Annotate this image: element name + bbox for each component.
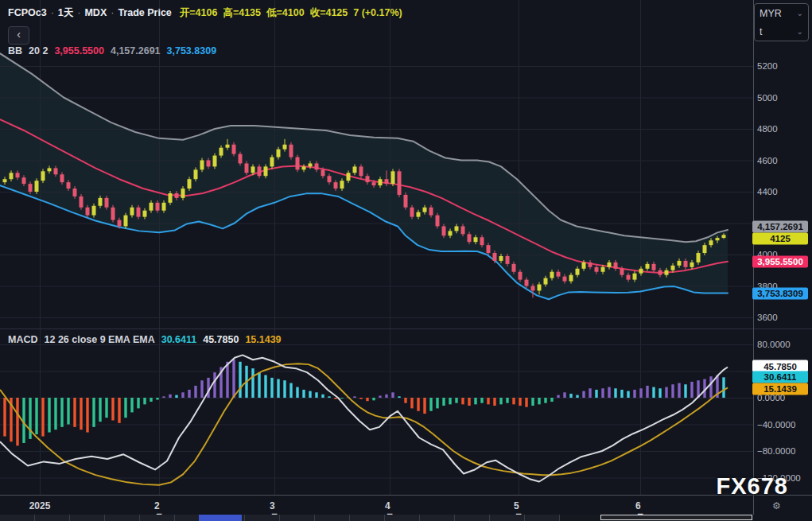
scrollbar-cell[interactable] [140, 515, 175, 521]
high-value: 高=4135 [223, 7, 261, 18]
scrollbar-cell[interactable] [385, 515, 420, 521]
unit-dropdown[interactable]: t ⌄ [755, 22, 808, 41]
macd-hist-value: 30.6411 [161, 334, 197, 345]
price-type-label: Trade Price [118, 7, 171, 18]
macd-lines [0, 355, 728, 484]
macd-line-value: 45.7850 [203, 334, 239, 345]
macd-indicator-name: MACD [8, 334, 38, 345]
separator-dot: · [111, 7, 114, 18]
bb-indicator-name: BB [8, 45, 22, 56]
time-scrollbar[interactable] [0, 515, 753, 521]
bollinger-fill [0, 53, 728, 299]
macd-histogram [3, 359, 725, 445]
gear-icon[interactable]: ⚙ [772, 500, 781, 511]
scrollbar-cell[interactable] [70, 515, 105, 521]
axis-unit-controls: MYR ⌄ t ⌄ [754, 3, 809, 41]
low-value: 低=4100 [266, 7, 305, 18]
scrollbar-cell[interactable] [280, 515, 315, 521]
scrollbar-cell[interactable] [350, 515, 385, 521]
scrollbar-cell[interactable] [315, 515, 350, 521]
time-axis-label: 2025 [29, 500, 51, 511]
scrollbar-cell[interactable] [420, 515, 455, 521]
price-tick-label: 4800 [757, 124, 778, 134]
macd-tick-label: −80.0000 [757, 446, 795, 456]
symbol-name: FCPOc3 [8, 7, 47, 18]
macd-legend[interactable]: MACD12 26 close 9 EMA EMA30.641145.78501… [8, 334, 288, 345]
scrollbar-cell[interactable] [35, 515, 70, 521]
scrollbar-cell[interactable] [525, 515, 560, 521]
back-button[interactable]: ‹ [8, 26, 29, 45]
bollinger-legend[interactable]: BB20 23,955.55004,157.26913,753.8309 [8, 45, 223, 56]
macd-tick-label: −40.0000 [757, 420, 795, 430]
scrollbar-cell[interactable] [490, 515, 525, 521]
price-axis-badge: 4,157.2691 [752, 220, 808, 232]
macd-axis-badge: 15.1439 [752, 383, 808, 395]
price-tick-label: 4400 [757, 187, 778, 196]
chevron-down-icon: ⌄ [797, 9, 803, 17]
currency-dropdown[interactable]: MYR ⌄ [755, 4, 808, 22]
price-axis-badge: 4125 [752, 232, 808, 244]
price-tick-label: 5000 [757, 93, 778, 103]
price-tick-label: 4600 [757, 156, 778, 165]
exchange-label: MDX [84, 7, 107, 18]
scrollbar-active-cell[interactable] [199, 515, 242, 521]
macd-params: 12 26 close 9 EMA EMA [45, 334, 155, 345]
bb-params: 20 2 [29, 45, 48, 56]
chevron-down-icon: ⌄ [797, 27, 803, 36]
close-value: 收=4125 [310, 7, 348, 18]
open-value: 开=4106 [180, 7, 218, 18]
fx678-watermark: FX678 [717, 473, 788, 500]
separator-dot: · [77, 7, 80, 18]
macd-tick-label: 80.0000 [757, 340, 791, 349]
interval-label: 1天 [58, 7, 73, 18]
unit-value: t [760, 26, 762, 37]
macd-signal-value: 15.1439 [245, 334, 281, 345]
bb-lower-value: 3,753.8309 [167, 45, 217, 56]
price-tick-label: 5200 [757, 61, 778, 71]
scrollbar-cell[interactable] [0, 515, 35, 521]
macd-axis-badge: 30.6411 [752, 371, 808, 383]
price-tick-label: 3600 [757, 313, 778, 322]
currency-value: MYR [760, 8, 782, 19]
bb-basis-value: 3,955.5500 [54, 45, 104, 56]
symbol-header[interactable]: FCPOc3·1天·MDX·Trade Price开=4106高=4135低=4… [8, 6, 408, 20]
price-axis-badge: 3,753.8309 [752, 287, 808, 299]
scrollbar-handle[interactable] [600, 515, 752, 520]
scrollbar-cell[interactable] [455, 515, 490, 521]
price-axis-badge: 3,955.5500 [752, 255, 808, 267]
trading-chart-app: FCPOc3·1天·MDX·Trade Price开=4106高=4135低=4… [0, 0, 812, 521]
scrollbar-cell[interactable] [105, 515, 140, 521]
separator-dot: · [51, 7, 54, 18]
scrollbar-cell[interactable] [245, 515, 280, 521]
change-value: 7 (+0.17%) [353, 7, 402, 18]
chart-canvas[interactable] [0, 0, 812, 521]
bb-upper-value: 4,157.2691 [111, 45, 161, 56]
